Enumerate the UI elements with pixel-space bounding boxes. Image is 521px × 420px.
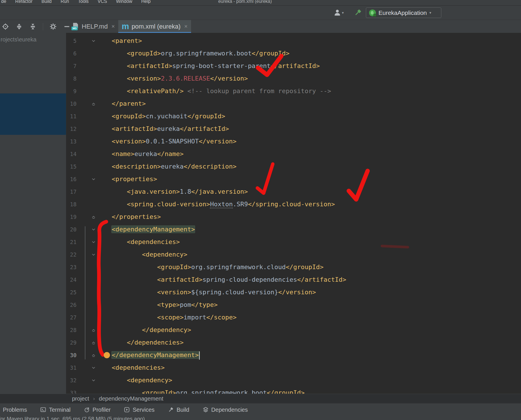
code-text: <artifactId>eureka</artifactId> <box>112 123 229 135</box>
project-tree-selection[interactable] <box>0 93 66 135</box>
maven-file-icon: m <box>122 22 129 31</box>
line-number: 9 <box>66 85 77 97</box>
fold-start-icon[interactable] <box>91 35 96 47</box>
code-line[interactable]: 29</dependencies> <box>66 336 521 349</box>
code-line[interactable]: 31<dependencies> <box>66 361 521 374</box>
tool-window-services[interactable]: Services <box>124 407 155 413</box>
collapse-all-button[interactable] <box>29 23 37 30</box>
code-line[interactable]: 6<groupId>org.springframework.boot</grou… <box>66 47 521 60</box>
fold-start-icon[interactable] <box>91 173 96 185</box>
window-title: eureka - pom.xml (eureka) <box>218 0 272 4</box>
tool-window-build[interactable]: Build <box>168 407 189 413</box>
user-account-button[interactable]: ▾ <box>334 9 344 17</box>
code-text: <version>${spring.cloud-version}</versio… <box>112 286 316 299</box>
code-line[interactable]: 13<version>0.0.1-SNAPSHOT</version> <box>66 135 521 148</box>
code-line[interactable]: 15<description>eureka</description> <box>66 160 521 173</box>
code-line[interactable]: 27<scope>import</scope> <box>66 311 521 324</box>
code-line[interactable]: 18<spring.cloud-version>Hoxton.SR9</spri… <box>66 198 521 211</box>
code-segment: </name> <box>157 150 184 157</box>
locate-file-button[interactable] <box>2 23 9 30</box>
breadcrumb-dependency-management[interactable]: dependencyManagement <box>99 395 163 402</box>
fold-end-icon[interactable] <box>91 349 96 361</box>
code-segment: <artifactId> <box>112 125 157 132</box>
fold-end-icon[interactable] <box>91 211 96 223</box>
code-text: <groupId>cn.yuchaoit</groupId> <box>112 110 225 123</box>
code-line[interactable]: 19</properties> <box>66 211 521 223</box>
menu-item-run[interactable]: Run <box>61 0 69 4</box>
code-line[interactable]: 9<relativePath/> <!-- lookup parent from… <box>66 85 521 97</box>
code-text: </properties> <box>112 211 161 223</box>
code-line[interactable]: 24<artifactId>spring-cloud-dependencies<… <box>66 273 521 286</box>
tool-window-dependencies[interactable]: Dependencies <box>203 407 248 413</box>
tool-window-terminal[interactable]: Terminal <box>40 407 71 413</box>
code-segment: <dependencies> <box>127 238 180 245</box>
panel-settings-button[interactable] <box>49 23 57 30</box>
code-line[interactable]: 7<artifactId>spring-boot-starter-parent<… <box>66 60 521 72</box>
chevron-down-icon: ▾ <box>429 11 431 15</box>
code-line[interactable]: 16<properties> <box>66 173 521 185</box>
code-line[interactable]: 20<dependencyManagement> <box>66 223 521 236</box>
code-line[interactable]: 14<name>eureka</name> <box>66 148 521 160</box>
tab-pom-xml[interactable]: m pom.xml (eureka) × <box>118 20 191 33</box>
code-line[interactable]: 23<groupId>org.springframework.cloud</gr… <box>66 261 521 273</box>
code-segment: </version> <box>199 138 237 145</box>
line-number: 28 <box>66 324 77 336</box>
code-line[interactable]: 10</parent> <box>66 97 521 110</box>
code-segment: spring-boot-starter-parent <box>172 62 270 69</box>
code-segment: <description> <box>112 163 161 170</box>
code-segment: <java.version> <box>127 188 180 195</box>
code-line[interactable]: 32<dependency> <box>66 374 521 387</box>
tool-window-profiler[interactable]: Profiler <box>84 407 111 413</box>
close-icon[interactable]: × <box>184 23 188 30</box>
tab-help-md[interactable]: MD HELP.md × <box>68 20 118 33</box>
editor-pane[interactable]: 5<parent>6<groupId>org.springframework.b… <box>66 33 521 395</box>
fold-start-icon[interactable] <box>91 223 96 236</box>
fold-start-icon[interactable] <box>91 374 96 387</box>
tool-window-problems[interactable]: Problems <box>3 407 27 413</box>
gutter-space <box>91 85 96 97</box>
fold-end-icon[interactable] <box>91 336 96 349</box>
fold-start-icon[interactable] <box>91 248 96 261</box>
fold-end-icon[interactable] <box>91 324 96 336</box>
menu-item-vcs[interactable]: VCS <box>98 0 107 4</box>
code-line[interactable]: 28</dependency> <box>66 324 521 336</box>
fold-start-icon[interactable] <box>91 361 96 374</box>
chevron-down-icon: ▾ <box>342 11 344 15</box>
fold-start-icon[interactable] <box>91 236 96 248</box>
tool-label: Services <box>133 407 155 413</box>
run-configuration-select[interactable]: EurekaApplication ▾ <box>366 7 441 18</box>
line-number: 8 <box>66 72 77 85</box>
project-path-label: rojects\eureka <box>0 33 66 43</box>
menu-item-window[interactable]: Window <box>116 0 132 4</box>
line-number: 24 <box>66 273 77 286</box>
line-number: 25 <box>66 286 77 299</box>
code-line[interactable]: 26<type>pom</type> <box>66 299 521 311</box>
build-project-button[interactable] <box>354 8 362 18</box>
code-line[interactable]: 8<version>2.3.6.RELEASE</version> <box>66 72 521 85</box>
breadcrumb-project[interactable]: project <box>72 395 89 402</box>
project-panel[interactable]: rojects\eureka <box>0 33 66 394</box>
chevron-right-icon: › <box>93 396 95 402</box>
code-segment: </dependencies> <box>127 339 184 346</box>
code-line[interactable]: 30</dependencyManagement> <box>66 349 521 361</box>
fold-end-icon[interactable] <box>91 97 96 110</box>
code-line[interactable]: 22<dependency> <box>66 248 521 261</box>
project-panel-toolbar <box>2 20 71 33</box>
menu-item-build[interactable]: Build <box>41 0 52 4</box>
menu-item-refactor[interactable]: Refactor <box>15 0 32 4</box>
gutter-space <box>91 273 96 286</box>
menu-item-tools[interactable]: Tools <box>78 0 89 4</box>
expand-all-button[interactable] <box>15 23 23 30</box>
code-line[interactable]: 25<version>${spring.cloud-version}</vers… <box>66 286 521 299</box>
line-number: 29 <box>66 336 77 349</box>
code-line[interactable]: 21<dependencies> <box>66 236 521 248</box>
code-line[interactable]: 5<parent> <box>66 35 521 47</box>
code-line[interactable]: 12<artifactId>eureka</artifactId> <box>66 123 521 135</box>
menu-item-help[interactable]: Help <box>141 0 151 4</box>
code-line[interactable]: 17<java.version>1.8</java.version> <box>66 185 521 198</box>
menu-item-code[interactable]: de <box>1 0 6 4</box>
code-line[interactable]: 11<groupId>cn.yuchaoit</groupId> <box>66 110 521 123</box>
close-icon[interactable]: × <box>111 23 115 30</box>
gutter-space <box>91 261 96 273</box>
line-number: 5 <box>66 35 77 47</box>
